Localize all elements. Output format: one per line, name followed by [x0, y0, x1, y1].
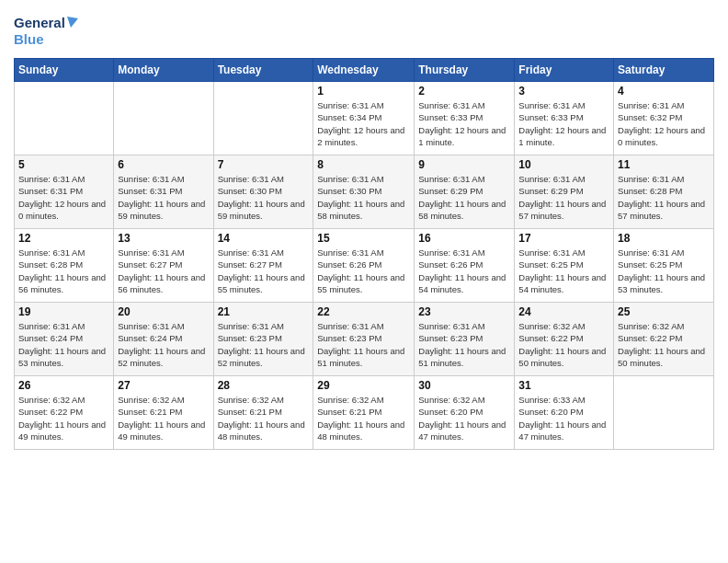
day-info-text: Daylight: 11 hours and 53 minutes. [18, 345, 109, 370]
day-info-text: Daylight: 11 hours and 51 minutes. [317, 345, 410, 370]
weekday-header-wednesday: Wednesday [313, 59, 415, 82]
day-info-text: Daylight: 11 hours and 55 minutes. [218, 271, 310, 296]
day-info-text: Daylight: 11 hours and 54 minutes. [418, 271, 510, 296]
day-info-text: Sunrise: 6:31 AM [618, 173, 710, 185]
day-info-text: Daylight: 11 hours and 48 minutes. [317, 419, 410, 443]
day-info-text: Sunset: 6:32 PM [618, 111, 710, 123]
day-number: 26 [18, 379, 109, 392]
day-cell: 1Sunrise: 6:31 AMSunset: 6:34 PMDaylight… [313, 82, 415, 155]
calendar-table: SundayMondayTuesdayWednesdayThursdayFrid… [14, 58, 714, 450]
day-info-text: Daylight: 12 hours and 1 minute. [418, 124, 510, 149]
logo: General Blue [14, 9, 78, 51]
week-row-2: 5Sunrise: 6:31 AMSunset: 6:31 PMDaylight… [15, 155, 714, 229]
day-cell: 24Sunrise: 6:32 AMSunset: 6:22 PMDayligh… [515, 303, 614, 376]
day-number: 11 [618, 158, 710, 171]
day-cell: 5Sunrise: 6:31 AMSunset: 6:31 PMDaylight… [15, 155, 114, 229]
day-info-text: Sunrise: 6:33 AM [518, 394, 609, 406]
day-number: 3 [518, 85, 609, 98]
day-info-text: Daylight: 11 hours and 50 minutes. [518, 345, 609, 370]
day-info-text: Sunset: 6:28 PM [18, 259, 109, 270]
day-info-text: Daylight: 11 hours and 49 minutes. [118, 419, 209, 443]
day-number: 22 [317, 305, 410, 318]
day-info-text: Daylight: 11 hours and 53 minutes. [618, 271, 710, 296]
day-info-text: Daylight: 12 hours and 1 minute. [518, 124, 609, 149]
day-number: 13 [118, 232, 209, 245]
day-info-text: Sunset: 6:33 PM [518, 111, 609, 123]
day-cell [213, 82, 313, 155]
day-cell [15, 82, 114, 155]
day-info-text: Sunset: 6:28 PM [618, 185, 710, 197]
day-info-text: Sunrise: 6:31 AM [118, 173, 209, 185]
day-info-text: Sunrise: 6:32 AM [218, 394, 310, 406]
day-number: 9 [418, 158, 510, 171]
day-cell: 22Sunrise: 6:31 AMSunset: 6:23 PMDayligh… [313, 303, 415, 376]
week-row-3: 12Sunrise: 6:31 AMSunset: 6:28 PMDayligh… [15, 229, 714, 303]
day-number: 17 [518, 232, 609, 245]
day-number: 14 [218, 232, 310, 245]
day-info-text: Daylight: 11 hours and 56 minutes. [118, 271, 209, 296]
day-cell: 27Sunrise: 6:32 AMSunset: 6:21 PMDayligh… [114, 376, 213, 450]
day-info-text: Daylight: 11 hours and 57 minutes. [518, 198, 609, 223]
day-info-text: Sunrise: 6:31 AM [18, 173, 109, 185]
day-info-text: Sunrise: 6:31 AM [618, 247, 710, 259]
day-number: 7 [218, 158, 310, 171]
day-info-text: Sunrise: 6:31 AM [317, 173, 410, 185]
day-info-text: Sunrise: 6:31 AM [518, 173, 609, 185]
day-cell: 8Sunrise: 6:31 AMSunset: 6:30 PMDaylight… [313, 155, 415, 229]
day-info-text: Sunset: 6:21 PM [218, 406, 310, 418]
day-info-text: Sunrise: 6:31 AM [317, 247, 410, 259]
day-number: 10 [518, 158, 609, 171]
day-number: 6 [118, 158, 209, 171]
day-info-text: Sunrise: 6:31 AM [317, 99, 410, 111]
day-info-text: Sunrise: 6:32 AM [418, 394, 510, 406]
day-number: 25 [618, 305, 710, 318]
day-number: 4 [618, 85, 710, 98]
day-info-text: Daylight: 12 hours and 0 minutes. [18, 198, 109, 223]
day-cell: 14Sunrise: 6:31 AMSunset: 6:27 PMDayligh… [213, 229, 313, 303]
page: General Blue SundayMondayTuesdayWednesda… [0, 0, 728, 563]
day-info-text: Sunrise: 6:31 AM [218, 173, 310, 185]
day-cell: 28Sunrise: 6:32 AMSunset: 6:21 PMDayligh… [213, 376, 313, 450]
day-number: 19 [18, 305, 109, 318]
weekday-header-saturday: Saturday [614, 59, 714, 82]
day-number: 31 [518, 379, 609, 392]
day-cell: 26Sunrise: 6:32 AMSunset: 6:22 PMDayligh… [15, 376, 114, 450]
day-info-text: Sunset: 6:21 PM [317, 406, 410, 418]
day-info-text: Sunset: 6:24 PM [118, 332, 209, 344]
day-info-text: Sunrise: 6:31 AM [418, 320, 510, 332]
day-number: 15 [317, 232, 410, 245]
day-info-text: Sunset: 6:22 PM [618, 332, 710, 344]
day-number: 23 [418, 305, 510, 318]
day-info-text: Daylight: 11 hours and 56 minutes. [18, 271, 109, 296]
day-info-text: Sunrise: 6:32 AM [518, 320, 609, 332]
weekday-header-thursday: Thursday [415, 59, 515, 82]
day-cell: 30Sunrise: 6:32 AMSunset: 6:20 PMDayligh… [415, 376, 515, 450]
day-info-text: Sunset: 6:23 PM [418, 332, 510, 344]
day-number: 18 [618, 232, 710, 245]
weekday-header-tuesday: Tuesday [213, 59, 313, 82]
day-cell: 20Sunrise: 6:31 AMSunset: 6:24 PMDayligh… [114, 303, 213, 376]
day-info-text: Sunset: 6:29 PM [518, 185, 609, 197]
day-info-text: Daylight: 11 hours and 59 minutes. [218, 198, 310, 223]
weekday-header-row: SundayMondayTuesdayWednesdayThursdayFrid… [15, 59, 714, 82]
day-cell: 13Sunrise: 6:31 AMSunset: 6:27 PMDayligh… [114, 229, 213, 303]
day-number: 5 [18, 158, 109, 171]
day-cell: 31Sunrise: 6:33 AMSunset: 6:20 PMDayligh… [515, 376, 614, 450]
day-info-text: Sunset: 6:30 PM [218, 185, 310, 197]
day-number: 24 [518, 305, 609, 318]
day-cell: 23Sunrise: 6:31 AMSunset: 6:23 PMDayligh… [415, 303, 515, 376]
day-number: 20 [118, 305, 209, 318]
day-info-text: Sunset: 6:25 PM [518, 259, 609, 270]
day-info-text: Daylight: 11 hours and 51 minutes. [418, 345, 510, 370]
day-number: 1 [317, 85, 410, 98]
day-number: 30 [418, 379, 510, 392]
day-cell: 15Sunrise: 6:31 AMSunset: 6:26 PMDayligh… [313, 229, 415, 303]
day-info-text: Sunset: 6:26 PM [317, 259, 410, 270]
day-cell: 18Sunrise: 6:31 AMSunset: 6:25 PMDayligh… [614, 229, 714, 303]
day-info-text: Sunrise: 6:31 AM [18, 247, 109, 259]
day-info-text: Daylight: 11 hours and 59 minutes. [118, 198, 209, 223]
day-number: 27 [118, 379, 209, 392]
day-cell: 19Sunrise: 6:31 AMSunset: 6:24 PMDayligh… [15, 303, 114, 376]
day-info-text: Sunset: 6:33 PM [418, 111, 510, 123]
weekday-header-sunday: Sunday [15, 59, 114, 82]
